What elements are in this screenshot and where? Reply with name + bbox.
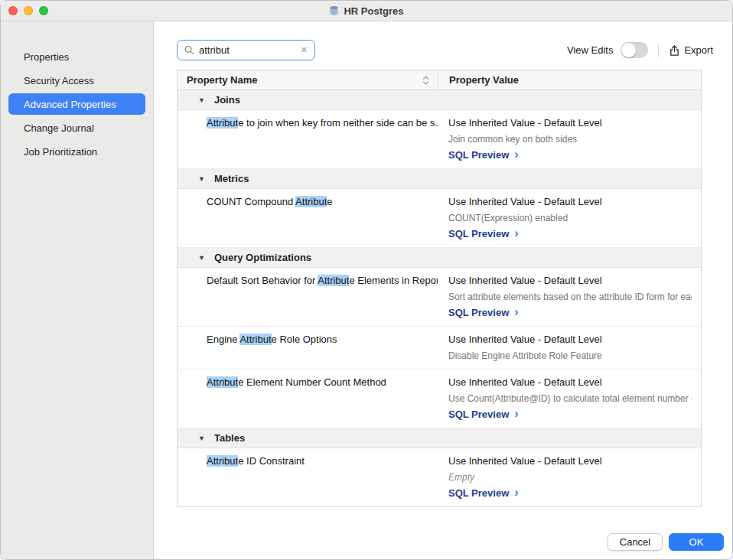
window-title-area: HR Postgres: [329, 5, 403, 17]
sidebar-item-advanced-properties[interactable]: Advanced Properties: [8, 93, 145, 115]
view-edits-toggle[interactable]: [621, 42, 648, 58]
disclosure-triangle-icon: ▼: [198, 175, 205, 183]
property-value-dropdown[interactable]: Use Inherited Value - Default Level: [448, 334, 602, 345]
search-field[interactable]: ✕: [177, 40, 315, 60]
chevron-right-icon: ›: [514, 306, 518, 318]
window-title: HR Postgres: [344, 5, 403, 17]
chevron-right-icon: ›: [514, 408, 518, 420]
table-row: Default Sort Behavior for Attribute Elem…: [178, 268, 701, 327]
property-name: Engine Attribute Role Options: [178, 327, 438, 369]
toolbar-divider: [658, 44, 659, 57]
sql-preview-link[interactable]: SQL Preview›: [448, 409, 519, 420]
view-edits-label: View Edits: [567, 44, 613, 56]
column-header-property-value: Property Value: [438, 70, 701, 90]
table-row: Engine Attribute Role Options Use Inheri…: [178, 327, 701, 370]
close-window-button[interactable]: [8, 6, 18, 15]
property-value-dropdown[interactable]: Use Inherited Value - Default Level: [448, 275, 602, 286]
section-title: Query Optimizations: [214, 252, 311, 263]
property-name: Attribute to join when key from neither …: [178, 110, 438, 168]
export-icon: [669, 44, 680, 57]
dialog-footer: Cancel OK: [608, 533, 724, 551]
property-name: COUNT Compound Attribute: [178, 189, 438, 247]
sql-preview-link[interactable]: SQL Preview›: [448, 228, 519, 239]
toolbar: ✕ View Edits Export: [177, 40, 713, 60]
sidebar-item-security-access[interactable]: Security Access: [8, 70, 145, 91]
property-value-cell: Use Inherited Value - Default Level Join…: [438, 110, 701, 168]
sidebar-item-properties[interactable]: Properties: [8, 46, 145, 67]
disclosure-triangle-icon: ▼: [198, 96, 205, 104]
property-value-cell: Use Inherited Value - Default Level Sort…: [438, 268, 701, 326]
clear-search-icon[interactable]: ✕: [301, 46, 308, 54]
section-header-metrics[interactable]: ▼ Metrics: [178, 169, 701, 189]
sql-preview-link[interactable]: SQL Preview›: [448, 149, 519, 161]
column-header-property-name[interactable]: Property Name: [178, 70, 438, 90]
property-value-dropdown[interactable]: Use Inherited Value - Default Level: [448, 196, 602, 207]
titlebar: HR Postgres: [1, 1, 732, 21]
sidebar-item-change-journal[interactable]: Change Journal: [8, 117, 145, 138]
property-value-dropdown[interactable]: Use Inherited Value - Default Level: [448, 376, 602, 388]
zoom-window-button[interactable]: [39, 6, 48, 15]
properties-table: Property Name Property Value ▼ Joins: [177, 70, 702, 507]
property-description: Empty: [448, 472, 692, 483]
cancel-button[interactable]: Cancel: [608, 533, 663, 551]
property-value-dropdown[interactable]: Use Inherited Value - Default Level: [448, 117, 602, 129]
traffic-lights: [8, 1, 48, 21]
property-description: COUNT(Expression) enabled: [448, 213, 692, 223]
dialog-window: HR Postgres Properties Security Access A…: [0, 0, 733, 560]
property-name-header-label: Property Name: [187, 74, 257, 86]
main-content: ✕ View Edits Export: [154, 21, 732, 559]
search-input[interactable]: [199, 44, 296, 56]
export-button[interactable]: Export: [669, 44, 713, 57]
sql-preview-link[interactable]: SQL Preview›: [448, 487, 519, 499]
table-row: Attribute to join when key from neither …: [178, 110, 701, 169]
section-title: Joins: [214, 94, 240, 106]
property-name: Attribute ID Constraint: [178, 448, 438, 506]
sql-preview-link[interactable]: SQL Preview›: [448, 307, 519, 318]
property-value-dropdown[interactable]: Use Inherited Value - Default Level: [448, 455, 602, 467]
sidebar-item-job-prioritization[interactable]: Job Prioritization: [8, 141, 145, 162]
disclosure-triangle-icon: ▼: [198, 254, 205, 262]
minimize-window-button[interactable]: [24, 6, 33, 15]
project-icon: [329, 5, 339, 16]
disclosure-triangle-icon: ▼: [198, 435, 205, 442]
property-description: Sort attribute elements based on the att…: [448, 291, 692, 302]
toggle-knob: [621, 43, 636, 57]
property-value-cell: Use Inherited Value - Default Level Use …: [438, 370, 701, 428]
property-name: Default Sort Behavior for Attribute Elem…: [178, 268, 438, 326]
export-label: Export: [684, 44, 713, 56]
table-row: Attribute Element Number Count Method Us…: [178, 370, 701, 428]
property-description: Use Count(Attribute@ID) to calculate tot…: [448, 393, 692, 404]
property-value-cell: Use Inherited Value - Default Level Disa…: [438, 327, 701, 369]
section-header-query-optimizations[interactable]: ▼ Query Optimizations: [178, 248, 701, 268]
sidebar: Properties Security Access Advanced Prop…: [1, 21, 154, 559]
sort-icon[interactable]: [422, 75, 430, 86]
ok-button[interactable]: OK: [669, 533, 724, 551]
property-value-cell: Use Inherited Value - Default Level Empt…: [438, 448, 701, 506]
table-row: Attribute ID Constraint Use Inherited Va…: [178, 448, 701, 506]
chevron-right-icon: ›: [514, 148, 518, 161]
chevron-right-icon: ›: [514, 227, 518, 239]
chevron-right-icon: ›: [514, 487, 518, 499]
section-header-joins[interactable]: ▼ Joins: [178, 90, 701, 110]
property-name: Attribute Element Number Count Method: [178, 370, 438, 428]
section-title: Metrics: [214, 173, 249, 184]
property-description: Disable Engine Attribute Role Feature: [448, 350, 692, 361]
property-value-cell: Use Inherited Value - Default Level COUN…: [438, 189, 701, 247]
table-header: Property Name Property Value: [178, 70, 701, 90]
section-header-tables[interactable]: ▼ Tables: [178, 428, 701, 448]
section-title: Tables: [214, 432, 245, 444]
toolbar-right: View Edits Export: [567, 42, 713, 58]
property-description: Join common key on both sides: [448, 134, 692, 145]
table-row: COUNT Compound Attribute Use Inherited V…: [178, 189, 701, 248]
search-icon: [184, 45, 194, 55]
